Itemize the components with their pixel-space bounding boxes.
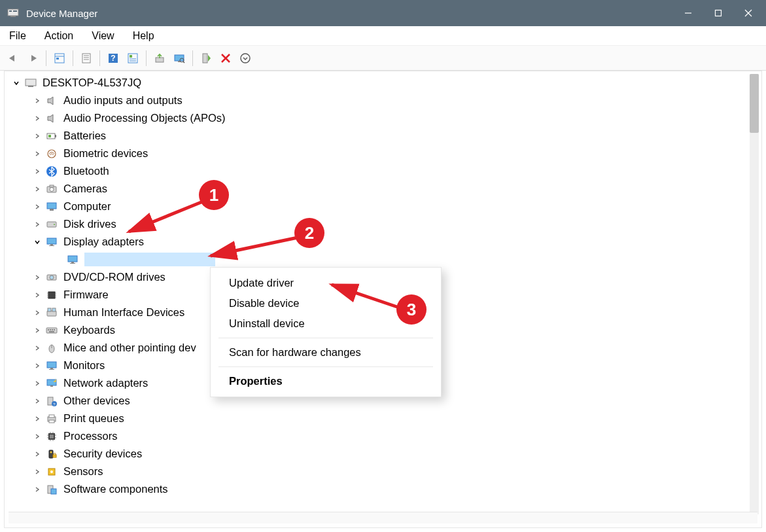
menu-action[interactable]: Action (35, 27, 82, 44)
tree-root[interactable]: DESKTOP-4L537JQ (7, 74, 748, 92)
svg-rect-1 (10, 16, 16, 17)
enable-device-button[interactable] (197, 49, 215, 67)
uninstall-toolbar-button[interactable] (217, 49, 235, 67)
close-button[interactable] (733, 0, 763, 26)
back-button[interactable] (4, 49, 22, 67)
vertical-scrollbar[interactable] (750, 74, 759, 514)
svg-rect-39 (50, 185, 54, 187)
context-update-driver[interactable]: Update driver (211, 273, 441, 293)
tree-category-label: Network adapters (63, 377, 148, 389)
tree-category-label: Audio inputs and outputs (63, 94, 183, 107)
chevron-right-icon[interactable] (33, 185, 41, 193)
tree-category-label: Bluetooth (63, 165, 109, 177)
svg-rect-47 (68, 256, 77, 262)
tree-category-sensor[interactable]: Sensors (7, 463, 748, 480)
svg-rect-26 (203, 54, 207, 63)
security-icon (45, 448, 58, 461)
chevron-right-icon[interactable] (33, 380, 41, 387)
chevron-right-icon[interactable] (33, 221, 41, 228)
svg-rect-82 (50, 434, 54, 438)
tree-category-disk[interactable]: Disk drives (7, 215, 748, 233)
chevron-down-icon[interactable] (33, 238, 41, 246)
svg-rect-3 (13, 10, 17, 12)
details-button[interactable] (124, 49, 142, 67)
chevron-right-icon[interactable] (33, 203, 41, 211)
svg-rect-21 (156, 58, 164, 62)
tree-category-label: Firmware (63, 289, 109, 301)
chevron-right-icon[interactable] (33, 132, 41, 140)
chevron-right-icon[interactable] (33, 415, 41, 423)
context-properties[interactable]: Properties (211, 371, 441, 391)
tree-category-display[interactable]: Display adapters (7, 233, 748, 251)
scrollbar-thumb[interactable] (750, 74, 759, 133)
svg-rect-10 (56, 58, 59, 60)
chevron-right-icon[interactable] (33, 362, 41, 370)
network-icon (45, 377, 58, 390)
tree-category-computer[interactable]: Computer (7, 198, 748, 215)
chevron-right-icon[interactable] (33, 97, 41, 105)
tree-category-camera[interactable]: Cameras (7, 180, 748, 198)
svg-rect-48 (71, 262, 74, 263)
svg-rect-72 (49, 369, 54, 370)
chevron-right-icon[interactable] (33, 450, 41, 458)
tree-category-cpu[interactable]: Processors (7, 427, 748, 445)
svg-rect-33 (55, 135, 56, 137)
help-toolbar-button[interactable]: ? (104, 49, 122, 67)
disk-icon (45, 218, 58, 231)
chevron-right-icon[interactable] (33, 150, 41, 158)
tree-category-speaker[interactable]: Audio Processing Objects (APOs) (7, 109, 748, 127)
chevron-right-icon[interactable] (33, 115, 41, 122)
tree-category-label: Software components (63, 483, 168, 495)
tree-category-speaker[interactable]: Audio inputs and outputs (7, 92, 748, 109)
svg-rect-49 (70, 263, 75, 264)
tree-category-fingerprint[interactable]: Biometric devices (7, 145, 748, 162)
chevron-right-icon[interactable] (33, 433, 41, 440)
display-icon (45, 236, 58, 249)
menu-file[interactable]: File (0, 27, 35, 44)
status-strip (9, 512, 757, 523)
window-title: Device Manager (26, 8, 97, 19)
maximize-button[interactable] (703, 0, 733, 26)
svg-rect-34 (48, 135, 51, 137)
annotation-badge-1: 1 (199, 180, 229, 210)
chevron-right-icon[interactable] (33, 168, 41, 175)
display-icon (66, 253, 79, 266)
titlebar: Device Manager (0, 0, 766, 26)
menu-view[interactable]: View (82, 27, 123, 44)
context-scan-hardware[interactable]: Scan for hardware changes (211, 342, 441, 363)
chevron-right-icon[interactable] (33, 486, 41, 493)
chevron-right-icon[interactable] (33, 291, 41, 299)
minimize-button[interactable] (673, 0, 703, 26)
tree-category-software[interactable]: Software components (7, 480, 748, 498)
chevron-down-icon[interactable] (12, 79, 20, 87)
svg-rect-45 (50, 244, 53, 245)
tree-category-printer[interactable]: Print queues (7, 410, 748, 427)
chevron-right-icon[interactable] (33, 327, 41, 334)
tree-category-battery[interactable]: Batteries (7, 127, 748, 145)
svg-rect-73 (47, 380, 56, 385)
chevron-right-icon[interactable] (33, 468, 41, 476)
chevron-right-icon[interactable] (33, 397, 41, 405)
menu-help[interactable]: Help (124, 27, 164, 44)
chevron-right-icon[interactable] (33, 274, 41, 281)
tree-category-bluetooth[interactable]: Bluetooth (7, 162, 748, 180)
properties-toolbar-button[interactable] (77, 49, 96, 67)
collapse-button[interactable] (236, 49, 254, 67)
forward-button[interactable] (24, 49, 42, 67)
tree-category-label: Human Interface Devices (63, 306, 184, 319)
svg-line-25 (183, 62, 184, 63)
tree-category-label: Batteries (63, 130, 106, 142)
tree-device-selected[interactable] (7, 251, 748, 268)
update-driver-toolbar-button[interactable] (150, 49, 169, 67)
svg-rect-41 (50, 209, 54, 211)
tree-root-label: DESKTOP-4L537JQ (43, 77, 141, 89)
tree-category-security[interactable]: Security devices (7, 445, 748, 463)
printer-icon (45, 412, 58, 425)
svg-rect-63 (48, 329, 49, 330)
chevron-right-icon[interactable] (33, 309, 41, 317)
scan-toolbar-button[interactable] (170, 49, 188, 67)
svg-rect-30 (26, 79, 36, 86)
chevron-right-icon[interactable] (33, 344, 41, 352)
show-hidden-button[interactable] (50, 49, 69, 67)
tree-category-label: Security devices (63, 448, 142, 460)
